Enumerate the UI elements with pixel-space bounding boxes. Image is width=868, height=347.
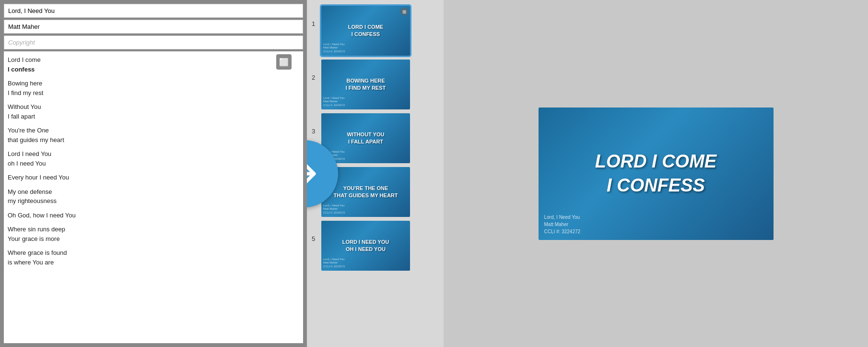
lyric-line: Lord I come [8, 55, 289, 65]
lyric-line: My one defense [8, 187, 289, 197]
slide-footer: Lord, I Need YouMatt MaherCCLI #: 322427… [323, 96, 345, 108]
copyright-input[interactable] [4, 36, 303, 49]
slide-content-text: LORD I COMEI CONFESS [346, 22, 385, 40]
slide-number: 5 [312, 235, 318, 242]
preview-footer-line3: CCLI #: 3224272 [544, 229, 581, 234]
left-panel: Lord I comeI confessBowing hereI find my… [0, 0, 307, 347]
slide-number: 1 [312, 20, 318, 27]
copy-button[interactable]: ⬜ [276, 54, 292, 70]
lyric-line: is where You are [8, 258, 289, 267]
preview-slide: LORD I COMEI CONFESS Lord, I Need You Ma… [539, 108, 774, 240]
slide-thumbnail[interactable]: BOWING HEREI FIND MY RESTLord, I Need Yo… [321, 60, 410, 109]
lyric-line: Lord I need You [8, 149, 289, 159]
lyric-line: Where sin runs deep [8, 225, 289, 234]
middle-panel: 1LORD I COMEI CONFESSLord, I Need YouMat… [307, 0, 444, 347]
preview-footer-line2: Matt Maher [544, 222, 569, 227]
slide-thumbnail[interactable]: LORD I NEED YOUOH I NEED YOULord, I Need… [321, 221, 410, 271]
slide-footer: Lord, I Need YouMatt MaherCCLI #: 322427… [323, 43, 345, 54]
lyric-line: I find my rest [8, 88, 289, 98]
slide-row: 2BOWING HEREI FIND MY RESTLord, I Need Y… [312, 60, 439, 109]
slide-thumbnail[interactable]: WITHOUT YOUI FALL APARTLord, I Need YouM… [321, 113, 410, 163]
slide-row: 5LORD I NEED YOUOH I NEED YOULord, I Nee… [312, 221, 439, 271]
preview-footer: Lord, I Need You Matt Maher CCLI #: 3224… [544, 214, 581, 235]
slide-content-text: LORD I NEED YOUOH I NEED YOU [340, 237, 391, 255]
lyrics-area: Lord I comeI confessBowing hereI find my… [4, 51, 303, 343]
slide-content-text: BOWING HEREI FIND MY REST [344, 75, 388, 94]
slide-content-text: YOU'RE THE ONETHAT GUIDES MY HEART [331, 183, 399, 202]
right-panel: LORD I COMEI CONFESS Lord, I Need You Ma… [444, 0, 868, 347]
slide-list: 1LORD I COMEI CONFESSLord, I Need YouMat… [307, 4, 444, 273]
lyrics-scroll[interactable]: Lord I comeI confessBowing hereI find my… [4, 51, 303, 343]
lyric-line: You're the One [8, 126, 289, 135]
slide-thumbnail[interactable]: LORD I COMEI CONFESSLord, I Need YouMatt… [321, 6, 410, 56]
lyric-line: oh I need You [8, 159, 289, 168]
author-input[interactable] [4, 20, 303, 34]
lyric-line: Every hour I need You [8, 173, 289, 182]
lyric-line: Without You [8, 102, 289, 112]
lyric-line: I fall apart [8, 112, 289, 121]
slide-number: 2 [312, 74, 318, 81]
slide-footer: Lord, I Need YouMatt MaherCCLI #: 322427… [323, 204, 345, 215]
slide-content-text: WITHOUT YOUI FALL APART [345, 129, 386, 148]
slide-row: 1LORD I COMEI CONFESSLord, I Need YouMat… [312, 6, 439, 56]
lyric-line: my righteousness [8, 196, 289, 206]
slide-number: 3 [312, 128, 318, 135]
preview-text: LORD I COMEI CONFESS [595, 150, 716, 197]
preview-footer-line1: Lord, I Need You [544, 215, 580, 220]
slide-footer: Lord, I Need YouMatt MaherCCLI #: 322427… [323, 258, 345, 269]
slide-icon: ⊞ [400, 8, 408, 15]
lyric-line: Oh God, how I need You [8, 211, 289, 220]
lyric-line: that guides my heart [8, 135, 289, 145]
lyric-line: I confess [8, 65, 289, 74]
lyric-line: Where grace is found [8, 248, 289, 258]
title-input[interactable] [4, 4, 303, 18]
lyric-line: Your grace is more [8, 234, 289, 244]
lyric-line: Bowing here [8, 79, 289, 88]
